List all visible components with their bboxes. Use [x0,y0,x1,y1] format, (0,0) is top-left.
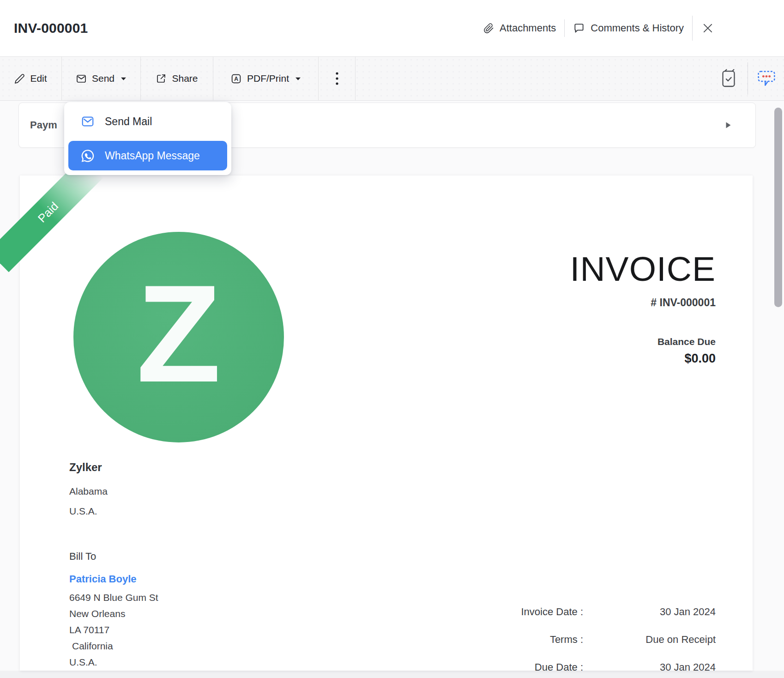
payment-section-label: Paym [30,103,57,147]
chevron-down-icon [295,77,301,81]
attachments-button[interactable]: Attachments [483,22,556,34]
invoice-meta: Invoice Date : 30 Jan 2024 Terms : Due o… [389,598,716,678]
feedback-chat-button[interactable] [757,70,776,87]
page-title: INV-000001 [14,0,88,56]
pencil-icon [14,73,25,84]
expand-arrow-icon[interactable] [725,121,731,129]
chevron-down-icon [121,77,127,81]
customer-address-line: 6649 N Blue Gum St [69,589,158,605]
send-mail-label: Send Mail [105,115,152,128]
toolbar-right [721,57,784,100]
company-address: Zylker Alabama U.S.A. [69,461,108,521]
customer-address-line: California [69,638,158,654]
vertical-scrollbar[interactable] [774,108,782,307]
edit-button[interactable]: Edit [0,57,62,100]
logo-letter: Z [136,264,221,403]
invoice-date-label: Invoice Date : [389,606,583,618]
company-address-line: Alabama [69,481,108,501]
balance-due-value: $0.00 [684,351,716,366]
pdf-icon: A [230,73,242,85]
customer-address-line: LA 70117 [69,622,158,638]
terms-value: Due on Receipt [583,634,716,646]
header-divider [564,19,565,37]
terms-row: Terms : Due on Receipt [389,626,716,654]
send-dropdown-menu: Send Mail WhatsApp Message [64,102,231,175]
tasks-button[interactable] [721,68,736,89]
whatsapp-message-menu-item[interactable]: WhatsApp Message [68,141,227,170]
more-actions-button[interactable] [319,57,356,100]
balance-due-label: Balance Due [657,336,716,347]
chat-dots-icon [757,70,776,87]
company-name: Zylker [69,461,108,474]
edit-label: Edit [30,73,47,84]
envelope-icon [76,73,87,84]
kebab-menu-icon [336,72,338,85]
customer-address-line: New Orleans [69,605,158,622]
pdf-print-label: PDF/Print [247,73,289,84]
toolbar-divider [748,62,748,95]
invoice-preview: Paid Z INVOICE # INV-000001 Balance Due … [20,176,753,671]
customer-name-link[interactable]: Patricia Boyle [69,573,137,585]
invoice-date-value: 30 Jan 2024 [583,606,716,618]
share-icon [156,73,167,84]
attachments-label: Attachments [500,22,556,34]
due-date-row: Due Date : 30 Jan 2024 [389,654,716,678]
share-label: Share [172,73,198,84]
paid-ribbon-label: Paid [35,199,61,225]
comment-icon [573,22,585,34]
header-actions: Attachments Comments & History [483,0,715,56]
send-mail-menu-item[interactable]: Send Mail [68,107,227,136]
whatsapp-message-label: WhatsApp Message [105,150,200,162]
clipboard-check-icon [721,68,736,89]
send-button[interactable]: Send [62,57,141,100]
comments-history-button[interactable]: Comments & History [573,22,684,34]
envelope-icon [80,115,95,128]
send-label: Send [92,73,115,84]
share-button[interactable]: Share [141,57,213,100]
invoice-number: # INV-000001 [651,297,716,309]
pdf-print-button[interactable]: A PDF/Print [213,57,319,100]
header: INV-000001 Attachments Comments & Histor… [0,0,784,56]
whatsapp-icon [80,148,95,163]
comments-history-label: Comments & History [591,22,684,34]
close-button[interactable] [701,21,715,35]
customer-address: 6649 N Blue Gum St New Orleans LA 70117 … [69,589,158,670]
paperclip-icon [483,23,494,34]
company-logo: Z [73,232,284,442]
due-date-label: Due Date : [389,661,583,673]
bill-to-label: Bill To [69,551,96,563]
toolbar: Edit Send Share A PDF/Print [0,56,784,101]
header-divider [692,16,693,41]
invoice-title: INVOICE [570,252,716,286]
terms-label: Terms : [389,634,583,646]
invoice-date-row: Invoice Date : 30 Jan 2024 [389,598,716,626]
due-date-value: 30 Jan 2024 [583,661,716,673]
customer-address-line: U.S.A. [69,654,158,670]
company-address-line: U.S.A. [69,501,108,521]
